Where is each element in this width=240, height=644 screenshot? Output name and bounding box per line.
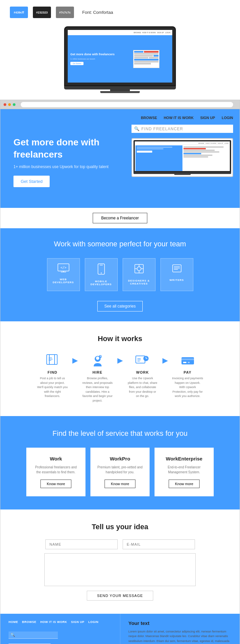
browser-minimize-dot (8, 103, 11, 106)
footer-how[interactable]: HOW IT IS WORK (40, 620, 67, 624)
svg-rect-18 (49, 355, 57, 364)
laptop-section: BROWSE HOW IT IS WORK SIGN UP LOGIN Get … (0, 23, 240, 100)
category-web-developers[interactable]: </> WEB DEVELOPERS (47, 258, 80, 291)
step-work: WORK Use the Upwork platform to chat, sh… (125, 353, 161, 399)
workpro-card-desc: Premium talent, pre-vetted and handpicke… (97, 465, 143, 475)
color-guide: #439cff #232323 #7c7c7c Font: Comfortaa (0, 0, 240, 23)
write-icon (172, 263, 182, 275)
mobile-dev-label: MOBILE DEVELOPERS (88, 280, 115, 286)
name-input[interactable] (45, 539, 118, 549)
category-mobile-developers[interactable]: MOBILE DEVELOPERS (85, 258, 118, 291)
browser-url-bar[interactable] (21, 102, 233, 107)
hire-desc: Browse profiles, reviews, and proposals … (82, 376, 113, 403)
laptop-hero-mini: Get more done with freelancers 1+ millio… (68, 35, 172, 83)
svg-rect-36 (188, 362, 190, 363)
browser-close-dot (4, 103, 6, 106)
footer-login[interactable]: LOGIN (88, 620, 99, 624)
footer-search-icon: 🔍 (11, 633, 15, 637)
get-started-button[interactable]: Get Started (13, 176, 50, 187)
footer-home[interactable]: HOME (9, 620, 18, 624)
svg-text:</>: </> (60, 266, 66, 269)
nav-sign-up[interactable]: SIGN UP (200, 116, 215, 120)
hero-subtitle: 1+ million businesses use Upwork for top… (13, 164, 115, 169)
nav-browse[interactable]: BROWSE (141, 116, 157, 120)
swatch-blue: #439cff (10, 7, 28, 18)
work-icon (135, 353, 150, 368)
laptop-body: BROWSE HOW IT IS WORK SIGN UP LOGIN Get … (64, 26, 176, 86)
service-section: Find the level of service that works for… (0, 416, 240, 509)
swatch-gray: #7c7c7c (56, 7, 74, 18)
hero-laptop-thumb: BROWSE HOW IT IS WORK SIGN UP LOGIN (132, 138, 233, 177)
laptop-hero-subtitle: 1+ million businesses use Upwork (70, 58, 117, 60)
font-label: Font: Comfortaa (82, 10, 113, 15)
work-card-desc: Professional freelancers and the essenti… (33, 465, 79, 475)
footer-signup[interactable]: SIGN UP (71, 620, 84, 624)
message-textarea[interactable] (44, 553, 196, 586)
service-title: Find the level of service that works for… (10, 429, 230, 438)
work-know-more-button[interactable]: Know more (40, 480, 71, 488)
step-hire: HIRE Browse profiles, reviews, and propo… (80, 353, 116, 403)
enterprise-know-more-button[interactable]: Know more (169, 480, 200, 488)
workpro-card-title: WorkPro (110, 456, 130, 461)
categories-grid: </> WEB DEVELOPERS MOBILE DEVELOPERS (10, 258, 230, 291)
laptop-foot (100, 91, 140, 93)
svg-rect-34 (181, 359, 194, 360)
find-label: FIND (48, 370, 58, 374)
category-designers[interactable]: DESIGNERS & CREATIVES (123, 258, 156, 291)
laptop-get-started: Get Started (70, 62, 84, 65)
mobile-dev-icon (98, 263, 105, 277)
svg-rect-17 (47, 355, 55, 364)
footer-right-title: Your text (129, 620, 232, 626)
category-writers[interactable]: WRITERS (160, 258, 193, 291)
arrow-1: ▶ (71, 356, 80, 365)
freelancer-section: Become a Freelancer (0, 208, 240, 228)
search-bar[interactable]: 🔍 FIND FREELANCER (132, 125, 233, 133)
footer-browse[interactable]: BROWSE (22, 620, 36, 624)
pay-label: PAY (184, 370, 192, 374)
web-dev-label: WEB DEVELOPERS (50, 278, 77, 284)
team-section: Work with someone perfect for your team … (0, 228, 240, 321)
step-find: FIND Post a job to tell us about your pr… (35, 353, 71, 399)
svg-point-8 (137, 267, 141, 271)
service-cards: Work Professional freelancers and the es… (10, 448, 230, 496)
pay-icon (181, 353, 194, 368)
workpro-know-more-button[interactable]: Know more (105, 480, 135, 488)
laptop-hero-right (120, 35, 172, 83)
see-all-button[interactable]: See all categories (97, 301, 142, 311)
writers-label: WRITERS (170, 279, 184, 282)
hero-right: BROWSE HOW IT IS WORK SIGN UP LOGIN 🔍 FI… (125, 109, 240, 208)
search-placeholder: FIND FREELANCER (141, 127, 183, 131)
pay-desc: Invoicing and payments happen on Upwork.… (172, 376, 203, 399)
svg-rect-33 (181, 357, 194, 364)
nav-how-it-works[interactable]: HOW IT IS WORK (164, 116, 194, 120)
service-card-enterprise: WorkEnterprise End-to-end Freelancer Man… (155, 448, 214, 496)
send-row: SEND YOUR MESSAGE (17, 587, 223, 601)
work-label: WORK (136, 370, 149, 374)
arrow-2: ▶ (116, 356, 125, 365)
browser-wrapper: Get more done with freelancers 1+ millio… (0, 100, 240, 644)
swatch-dark: #232323 (33, 7, 51, 18)
hire-icon (91, 353, 104, 368)
hero-title: Get more done with freelancers (13, 136, 115, 161)
hero-left: Get more done with freelancers 1+ millio… (0, 109, 125, 208)
footer-left: HOME BROWSE HOW IT IS WORK SIGN UP LOGIN… (0, 614, 120, 644)
become-freelancer-button[interactable]: Become a Freelancer (93, 213, 148, 223)
svg-point-23 (96, 357, 99, 360)
how-title: How it works (10, 334, 230, 343)
hero-section: Get more done with freelancers 1+ millio… (0, 109, 240, 208)
find-icon (46, 353, 59, 368)
laptop-mockup: BROWSE HOW IT IS WORK SIGN UP LOGIN Get … (64, 26, 176, 93)
nav-login[interactable]: LOGIN (222, 116, 233, 120)
laptop-screen: BROWSE HOW IT IS WORK SIGN UP LOGIN Get … (68, 30, 172, 83)
laptop-hero-title: Get more done with freelancers (70, 53, 117, 57)
laptop-screen-thumb (133, 50, 159, 68)
footer-right: Your text Lorem ipsum dolor sit amet, co… (120, 614, 240, 644)
design-icon (134, 263, 144, 276)
how-section: How it works FIND Post a job to tell us … (0, 321, 240, 416)
laptop-base (64, 86, 176, 89)
footer-search-bar[interactable]: 🔍 (9, 632, 58, 639)
send-button[interactable]: SEND YOUR MESSAGE (87, 591, 153, 601)
service-card-workpro: WorkPro Premium talent, pre-vetted and h… (90, 448, 150, 496)
browser-chrome (0, 100, 240, 109)
email-input[interactable] (123, 539, 195, 549)
